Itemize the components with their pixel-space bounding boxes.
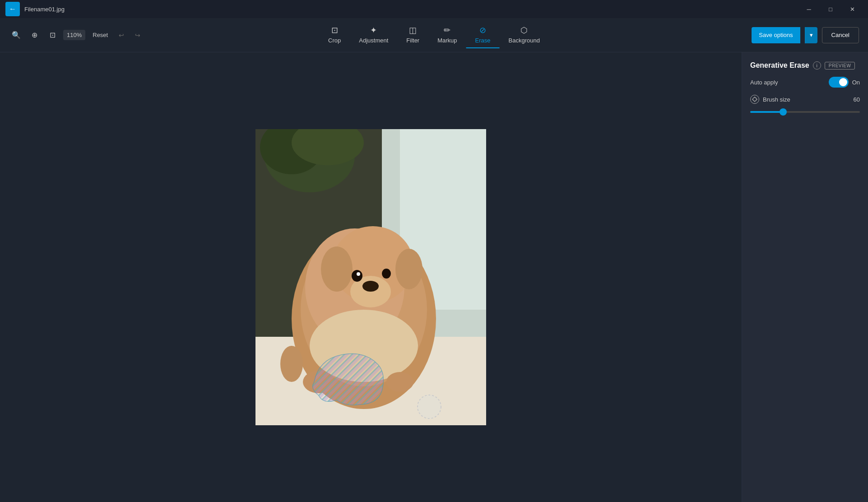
titlebar: ← Filename01.jpg ─ □ ✕	[0, 0, 868, 18]
reset-button[interactable]: Reset	[89, 30, 111, 40]
zoom-out-button[interactable]: 🔍	[9, 28, 23, 42]
restore-button[interactable]: □	[820, 2, 841, 16]
minimize-button[interactable]: ─	[798, 2, 819, 16]
nav-tools: ⊡ Crop ✦ Adjustment ◫ Filter ✏ Markup ⊘ …	[319, 22, 549, 48]
nav-tool-filter[interactable]: ◫ Filter	[397, 22, 428, 48]
markup-label: Markup	[437, 37, 457, 44]
fit-button[interactable]: ⊡	[45, 28, 60, 42]
svg-point-21	[280, 346, 303, 382]
svg-point-12	[395, 249, 422, 289]
filename-label: Filename01.jpg	[24, 6, 65, 13]
erase-icon: ⊘	[479, 25, 486, 35]
background-icon: ⬡	[520, 25, 528, 35]
auto-apply-row: Auto apply On	[750, 77, 860, 88]
dropdown-icon: ▾	[810, 32, 813, 38]
toggle-right: On	[829, 77, 860, 88]
fit-icon: ⊡	[50, 31, 56, 39]
redo-button[interactable]: ↪	[131, 29, 144, 42]
zoom-in-icon: ⊕	[32, 31, 37, 39]
right-panel: Generative Erase i PREVIEW Auto apply On	[742, 52, 868, 502]
filter-label: Filter	[406, 37, 419, 44]
undo-icon: ↩	[119, 32, 124, 39]
panel-title: Generative Erase	[750, 61, 809, 70]
adjustment-label: Adjustment	[359, 37, 388, 44]
svg-point-25	[753, 98, 757, 101]
svg-point-11	[321, 246, 353, 292]
undo-button[interactable]: ↩	[115, 29, 128, 42]
svg-point-15	[352, 270, 362, 282]
auto-apply-label: Auto apply	[750, 79, 778, 86]
brush-icon	[750, 95, 759, 104]
svg-point-17	[357, 272, 360, 276]
canvas-area[interactable]	[0, 52, 742, 502]
back-button[interactable]: ←	[5, 2, 20, 16]
brush-size-value: 60	[854, 96, 860, 103]
close-button[interactable]: ✕	[842, 2, 863, 16]
back-icon: ←	[9, 5, 16, 13]
brush-size-slider-container	[750, 107, 860, 116]
nav-tool-adjustment[interactable]: ✦ Adjustment	[350, 22, 397, 48]
panel-title-row: Generative Erase i PREVIEW	[750, 61, 860, 70]
nav-tool-markup[interactable]: ✏ Markup	[428, 22, 466, 48]
preview-badge[interactable]: PREVIEW	[825, 62, 855, 70]
markup-icon: ✏	[444, 25, 450, 35]
save-options-button[interactable]: Save options	[752, 27, 800, 43]
redo-icon: ↪	[135, 32, 140, 39]
image-container	[255, 129, 486, 425]
background-label: Background	[509, 37, 540, 44]
main-image	[255, 129, 486, 425]
nav-tool-erase[interactable]: ⊘ Erase	[466, 22, 500, 48]
toggle-state-label: On	[852, 79, 860, 86]
nav-tool-crop[interactable]: ⊡ Crop	[319, 22, 350, 48]
main-area: Generative Erase i PREVIEW Auto apply On	[0, 52, 868, 502]
zoom-level: 110%	[63, 30, 85, 40]
zoom-out-icon: 🔍	[12, 31, 21, 39]
svg-point-24	[418, 395, 441, 418]
auto-apply-toggle[interactable]	[829, 77, 849, 88]
svg-point-20	[386, 372, 413, 392]
brush-size-label: Brush size	[763, 96, 790, 103]
window-controls: ─ □ ✕	[798, 2, 863, 16]
svg-point-14	[362, 281, 379, 292]
cancel-button[interactable]: Cancel	[822, 27, 859, 43]
titlebar-left: ← Filename01.jpg	[5, 2, 65, 16]
crop-icon: ⊡	[331, 25, 338, 35]
toolbar: 🔍 ⊕ ⊡ 110% Reset ↩ ↪ ⊡ Crop ✦ Adjustment…	[0, 18, 868, 52]
filter-icon: ◫	[409, 25, 417, 35]
brush-size-left: Brush size	[750, 95, 790, 104]
crop-label: Crop	[328, 37, 341, 44]
zoom-in-button[interactable]: ⊕	[27, 28, 42, 42]
nav-tool-background[interactable]: ⬡ Background	[500, 22, 549, 48]
brush-size-row: Brush size 60	[750, 95, 860, 116]
brush-size-header: Brush size 60	[750, 95, 860, 104]
erase-label: Erase	[475, 37, 491, 44]
toolbar-right: Save options ▾ Cancel	[752, 27, 859, 43]
save-options-dropdown[interactable]: ▾	[805, 27, 817, 43]
info-icon[interactable]: i	[813, 61, 821, 70]
adjustment-icon: ✦	[370, 25, 377, 35]
svg-point-16	[382, 269, 391, 279]
